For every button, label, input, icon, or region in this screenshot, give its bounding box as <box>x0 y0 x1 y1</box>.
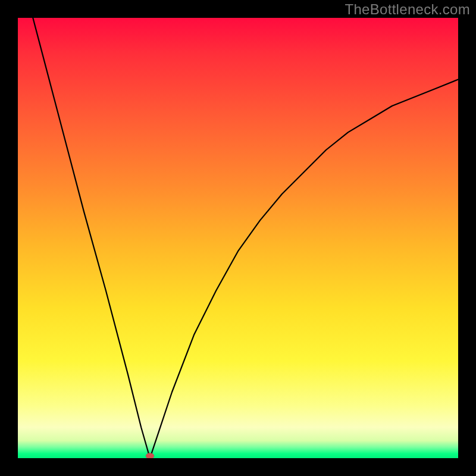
bottleneck-curve-svg <box>18 18 458 458</box>
chart-container: TheBottleneck.com <box>0 0 476 476</box>
minimum-marker <box>146 453 154 458</box>
watermark-label: TheBottleneck.com <box>345 1 470 18</box>
plot-area <box>18 18 458 458</box>
bottleneck-curve <box>18 18 458 458</box>
